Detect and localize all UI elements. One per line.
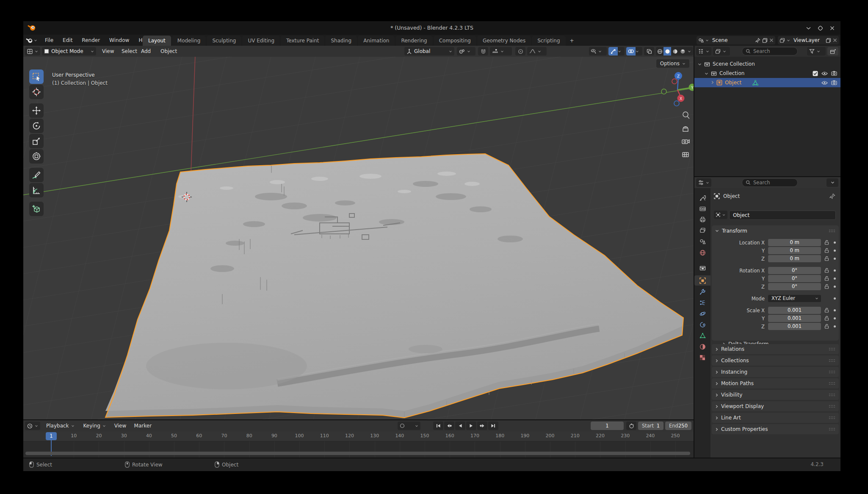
show-overlays-toggle[interactable] [626,47,642,56]
menu-file[interactable]: File [40,35,58,46]
expander-right-icon[interactable] [711,80,714,86]
animate-dot[interactable] [834,325,836,327]
current-frame-field[interactable]: 1 [591,422,624,430]
snap-settings-dropdown[interactable] [490,47,512,56]
panel-grip[interactable] [829,369,835,375]
panel-collections[interactable]: Collections [712,355,839,366]
panel-grip[interactable] [829,403,835,409]
proportional-editing-toggle[interactable] [515,47,525,56]
panel-visibility[interactable]: Visibility [712,390,839,400]
properties-tab-texture[interactable] [694,352,710,363]
properties-tab-world[interactable] [694,247,710,258]
eye-icon[interactable] [821,80,828,85]
number-field[interactable]: 0 m [768,239,821,246]
animate-dot[interactable] [834,241,836,244]
animate-dot[interactable] [834,250,836,252]
panel-line-art[interactable]: Line Art [712,413,839,423]
outliner-item-label[interactable]: Scene Collection [713,61,755,67]
properties-tab-scene[interactable] [694,236,710,247]
frame-end-field[interactable]: End250 [665,422,691,430]
outliner-row-object[interactable]: Object [694,78,840,87]
checkbox-icon[interactable] [813,71,818,76]
workspace-tab-uv-editing[interactable]: UV Editing [242,36,280,46]
gizmo-z-neg-axis[interactable] [674,101,679,106]
move-view-icon[interactable] [683,126,688,131]
delete-layer-icon[interactable] [833,38,837,42]
animate-dot[interactable] [834,297,836,300]
outliner-item-label[interactable]: Collection [719,70,744,76]
gizmo-x-neg-axis[interactable] [672,79,677,84]
animate-dot[interactable] [834,286,836,288]
workspace-tab-texture-paint[interactable]: Texture Paint [281,36,324,46]
number-field[interactable]: 0 m [768,247,821,254]
panel-grip[interactable] [829,346,835,352]
lock-icon[interactable] [824,248,829,253]
tool-select-box[interactable] [29,69,44,84]
properties-tab-object-data[interactable] [694,330,710,341]
tool-scale[interactable] [29,134,44,148]
lock-icon[interactable] [824,308,829,313]
panel-grip[interactable] [829,358,835,364]
timeline-menu-view[interactable]: View [111,420,130,431]
outliner-row-collection[interactable]: Collection [694,69,840,78]
lock-icon[interactable] [824,316,829,321]
properties-tab-collection[interactable] [694,263,710,273]
camera-icon[interactable] [831,71,837,76]
shading-dropdown[interactable] [686,50,692,53]
properties-search[interactable] [742,178,798,187]
properties-tab-object[interactable] [694,275,710,286]
outliner-row-scene-collection[interactable]: Scene Collection [694,59,840,69]
shading-wireframe[interactable] [656,47,663,56]
tool-annotate[interactable] [29,168,44,182]
number-field[interactable]: 0° [768,275,821,282]
transform-panel-header[interactable]: Transform [715,228,747,234]
3d-viewport[interactable]: Z Y X [23,46,694,419]
number-field[interactable]: 0.001 [768,315,821,322]
menu-render[interactable]: Render [77,35,105,46]
workspace-tab-animation[interactable]: Animation [358,36,395,46]
lock-icon[interactable] [824,256,829,261]
timeline-ruler[interactable]: 1020304050607080901001101201301401501601… [23,431,694,441]
object-name-field[interactable]: Object [729,211,836,220]
timeline-menu-marker[interactable]: Marker [131,420,155,431]
workspace-tab-modeling[interactable]: Modeling [172,36,206,46]
eye-icon[interactable] [821,71,828,76]
scene-name[interactable]: Scene [710,37,730,43]
properties-tab-tool[interactable] [694,192,710,203]
expander-down-icon[interactable] [705,70,708,76]
properties-tab-particles[interactable] [694,297,710,308]
properties-tab-physics[interactable] [694,308,710,319]
outliner-filter-dropdown[interactable] [807,47,826,56]
outliner-item-label[interactable]: Object [725,80,741,86]
visibility-dropdown[interactable] [589,47,607,56]
workspace-tab-geometry-nodes[interactable]: Geometry Nodes [477,36,531,46]
next-keyframe-button[interactable] [477,422,487,430]
delete-scene-icon[interactable] [769,38,774,42]
new-collection-button[interactable] [827,47,838,56]
panel-grip[interactable] [829,228,835,234]
object-type-dropdown[interactable] [714,211,727,219]
toggle-xray[interactable] [644,47,654,56]
outliner-search[interactable] [742,47,798,56]
workspace-tab-scripting[interactable]: Scripting [532,36,565,46]
properties-tab-constraints[interactable] [694,319,710,330]
timeline-menu-playback[interactable]: Playback [43,420,78,431]
auto-keying-toggle[interactable] [398,422,420,430]
workspace-tab-rendering[interactable]: Rendering [395,36,432,46]
animate-dot[interactable] [834,317,836,319]
properties-tab-render[interactable] [694,203,710,214]
number-field[interactable]: 0.001 [768,307,821,314]
workspace-tab-shading[interactable]: Shading [325,36,357,46]
gizmo-y-neg-axis[interactable] [661,89,666,94]
timeline-menu-keying[interactable]: Keying [80,420,109,431]
animate-dot[interactable] [834,309,836,311]
play-button[interactable] [466,422,476,430]
properties-tab-modifiers[interactable] [694,286,710,297]
mode-selector[interactable]: Object Mode [42,47,96,56]
panel-grip[interactable] [829,380,835,386]
options-button[interactable]: Options [656,59,689,68]
pin-icon[interactable] [829,193,835,199]
lock-icon[interactable] [824,276,829,281]
shading-material[interactable] [671,47,679,56]
tool-rotate[interactable] [29,119,44,133]
